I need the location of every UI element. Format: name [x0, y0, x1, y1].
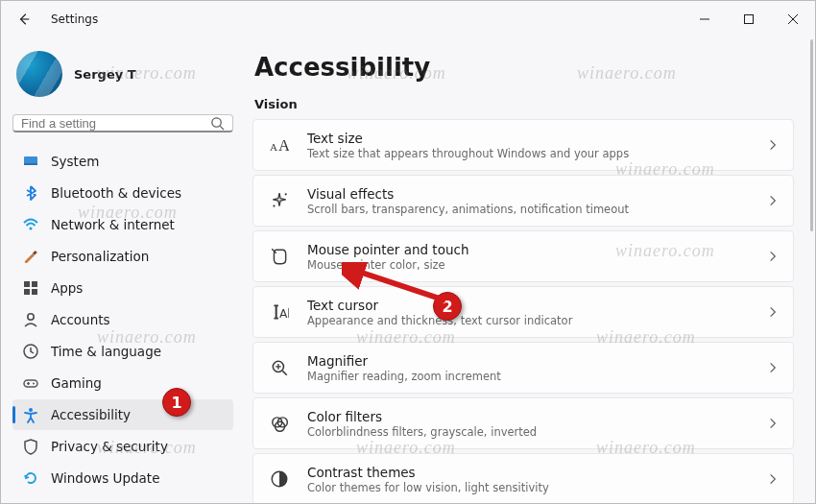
back-button[interactable]: [11, 6, 37, 33]
minimize-icon: [700, 14, 709, 24]
setting-row-colorfilters[interactable]: Color filtersColorblindness filters, gra…: [252, 397, 794, 449]
row-subtitle: Color themes for low vision, light sensi…: [307, 481, 751, 494]
accessibility-icon: [22, 406, 39, 423]
sidebar: Sergey T SystemBluetooth & devicesNetwor…: [1, 37, 243, 503]
maximize-button[interactable]: [727, 5, 771, 34]
sidebar-item-label: Bluetooth & devices: [51, 185, 181, 201]
update-icon: [22, 469, 39, 487]
sidebar-item-system[interactable]: System: [12, 146, 233, 177]
sidebar-item-gamepad[interactable]: Gaming: [12, 368, 233, 398]
chevron-right-icon: [766, 193, 780, 208]
svg-rect-0: [745, 15, 754, 24]
settings-list: Text sizeText size that appears througho…: [252, 119, 794, 503]
sidebar-item-update[interactable]: Windows Update: [12, 463, 233, 493]
row-text: Text sizeText size that appears througho…: [307, 131, 751, 160]
magnifier-icon: [267, 358, 292, 377]
sidebar-item-apps[interactable]: Apps: [12, 273, 233, 303]
apps-icon: [22, 279, 39, 297]
sidebar-item-brush[interactable]: Personalization: [12, 241, 233, 272]
row-title: Color filters: [307, 409, 751, 424]
row-text: MagnifierMagnifier reading, zoom increme…: [307, 353, 751, 383]
colorfilters-icon: [267, 414, 292, 433]
row-title: Text cursor: [307, 298, 751, 313]
textsize-icon: [267, 135, 292, 155]
row-title: Magnifier: [307, 353, 751, 369]
chevron-right-icon: [766, 471, 780, 487]
search-icon: [210, 116, 225, 131]
row-title: Mouse pointer and touch: [307, 242, 751, 257]
shield-icon: [22, 438, 39, 455]
row-title: Contrast themes: [307, 465, 751, 480]
gamepad-icon: [22, 374, 39, 392]
row-text: Mouse pointer and touchMouse pointer col…: [307, 242, 751, 272]
setting-row-sparkle[interactable]: Visual effectsScroll bars, transparency,…: [252, 175, 794, 227]
annotation-badge-2: 2: [433, 292, 462, 321]
svg-point-1: [212, 117, 221, 126]
setting-row-mouse[interactable]: Mouse pointer and touchMouse pointer col…: [252, 230, 794, 282]
scrollbar-track[interactable]: [807, 39, 813, 497]
sidebar-item-label: Network & internet: [51, 217, 175, 232]
system-icon: [22, 153, 39, 170]
sidebar-item-label: Windows Update: [51, 470, 159, 486]
sidebar-item-label: System: [51, 154, 99, 169]
search-box[interactable]: [12, 114, 233, 132]
sparkle-icon: [267, 191, 292, 210]
maximize-icon: [744, 14, 754, 24]
mouse-icon: [267, 247, 292, 266]
setting-row-textcursor[interactable]: Text cursorAppearance and thickness, tex…: [252, 286, 794, 338]
sidebar-item-shield[interactable]: Privacy & security: [12, 431, 233, 462]
sidebar-item-label: Personalization: [51, 249, 149, 264]
page-title: Accessibility: [254, 53, 794, 82]
close-icon: [788, 14, 798, 24]
row-title: Text size: [307, 131, 751, 146]
chevron-right-icon: [766, 304, 780, 320]
sidebar-item-wifi[interactable]: Network & internet: [12, 209, 233, 240]
sidebar-item-accessibility[interactable]: Accessibility: [12, 399, 233, 430]
window-title: Settings: [51, 12, 98, 26]
scrollbar-thumb[interactable]: [810, 39, 813, 231]
sidebar-item-label: Apps: [51, 280, 83, 296]
chevron-right-icon: [766, 137, 780, 153]
arrow-left-icon: [17, 12, 31, 26]
textcursor-icon: [267, 302, 292, 322]
sidebar-item-label: Gaming: [51, 375, 102, 391]
account-block[interactable]: Sergey T: [12, 45, 233, 108]
chevron-right-icon: [766, 416, 780, 431]
row-subtitle: Text size that appears throughout Window…: [307, 147, 751, 160]
sidebar-item-bluetooth[interactable]: Bluetooth & devices: [12, 178, 233, 208]
row-subtitle: Mouse pointer color, size: [307, 258, 751, 272]
titlebar: Settings: [1, 1, 815, 37]
setting-row-contrast[interactable]: Contrast themesColor themes for low visi…: [252, 453, 794, 503]
search-input[interactable]: [21, 116, 210, 131]
sidebar-item-clock[interactable]: Time & language: [12, 336, 233, 367]
setting-row-textsize[interactable]: Text sizeText size that appears througho…: [252, 119, 794, 171]
chevron-right-icon: [766, 249, 780, 264]
row-text: Visual effectsScroll bars, transparency,…: [307, 186, 751, 216]
sidebar-item-label: Time & language: [51, 344, 161, 359]
row-text: Contrast themesColor themes for low visi…: [307, 465, 751, 494]
row-subtitle: Appearance and thickness, text cursor in…: [307, 314, 751, 327]
settings-window: Settings Sergey T: [0, 0, 816, 504]
row-text: Color filtersColorblindness filters, gra…: [307, 409, 751, 439]
brush-icon: [22, 248, 39, 265]
account-name: Sergey T: [74, 67, 136, 82]
row-subtitle: Scroll bars, transparency, animations, n…: [307, 203, 751, 216]
sidebar-item-label: Accounts: [51, 312, 110, 327]
sidebar-item-label: Privacy & security: [51, 439, 168, 454]
row-title: Visual effects: [307, 186, 751, 202]
window-controls: [683, 5, 815, 34]
minimize-button[interactable]: [683, 5, 727, 34]
row-subtitle: Magnifier reading, zoom increment: [307, 370, 751, 383]
row-subtitle: Colorblindness filters, grayscale, inver…: [307, 425, 751, 439]
contrast-icon: [267, 469, 292, 489]
person-icon: [22, 311, 39, 328]
sidebar-item-person[interactable]: Accounts: [12, 304, 233, 335]
row-text: Text cursorAppearance and thickness, tex…: [307, 298, 751, 327]
close-button[interactable]: [771, 5, 815, 34]
setting-row-magnifier[interactable]: MagnifierMagnifier reading, zoom increme…: [252, 342, 794, 394]
main-content: Accessibility Vision Text sizeText size …: [243, 37, 815, 503]
chevron-right-icon: [766, 360, 780, 375]
section-label: Vision: [254, 97, 794, 111]
nav-list: SystemBluetooth & devicesNetwork & inter…: [12, 146, 233, 493]
sidebar-item-label: Accessibility: [51, 407, 131, 422]
